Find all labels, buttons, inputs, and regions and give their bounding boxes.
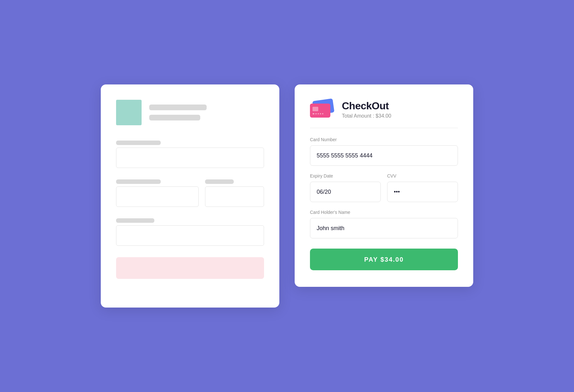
skeleton-input-1[interactable] [116, 148, 264, 168]
card-stripe-5 [322, 113, 323, 114]
pay-button[interactable]: PAY $34.00 [310, 249, 458, 270]
holder-name-label: Card Holder's Name [310, 210, 458, 215]
skeleton-label-2 [116, 179, 161, 184]
checkout-title-group: CheckOut Total Amount : $34.00 [342, 100, 391, 119]
holder-name-group: Card Holder's Name [310, 210, 458, 238]
skeleton-submit-button[interactable] [116, 257, 264, 279]
skeleton-input-2[interactable] [116, 186, 199, 207]
skeleton-field-1 [116, 141, 264, 168]
card-stripe-4 [320, 113, 321, 114]
cards-container: CheckOut Total Amount : $34.00 Card Numb… [101, 84, 473, 308]
cvv-group: CVV [387, 173, 458, 202]
left-card [101, 84, 279, 308]
checkout-subtitle: Total Amount : $34.00 [342, 113, 391, 119]
right-card: CheckOut Total Amount : $34.00 Card Numb… [295, 84, 473, 287]
skeleton-avatar [116, 100, 142, 125]
expiry-label: Expiry Date [310, 173, 381, 178]
card-number-label: Card Number [310, 137, 458, 142]
card-number-group: Card Number [310, 137, 458, 166]
cvv-label: CVV [387, 173, 458, 178]
card-stripe-1 [313, 113, 314, 114]
checkout-title: CheckOut [342, 100, 391, 112]
card-stripe-2 [315, 113, 317, 114]
card-icon-front [310, 104, 330, 118]
skeleton-field-3 [205, 179, 264, 207]
holder-name-input[interactable] [310, 218, 458, 238]
card-number-input[interactable] [310, 145, 458, 166]
expiry-group: Expiry Date [310, 173, 381, 202]
card-icon-stack [310, 100, 335, 119]
skeleton-header [116, 100, 264, 125]
card-chip [313, 107, 318, 111]
skeleton-text-group [149, 105, 264, 120]
skeleton-bar-2 [149, 115, 200, 120]
expiry-input[interactable] [310, 182, 381, 202]
skeleton-input-3[interactable] [205, 186, 264, 207]
checkout-header: CheckOut Total Amount : $34.00 [310, 100, 458, 119]
skeleton-bar-1 [149, 105, 207, 110]
skeleton-label-4 [116, 218, 154, 223]
card-stripes [313, 113, 328, 114]
skeleton-field-4 [116, 218, 264, 246]
skeleton-label-1 [116, 141, 161, 145]
skeleton-label-3 [205, 179, 234, 184]
skeleton-row [116, 179, 264, 207]
skeleton-field-2 [116, 179, 199, 207]
divider [310, 128, 458, 128]
cvv-input[interactable] [387, 182, 458, 202]
expiry-cvv-row: Expiry Date CVV [310, 173, 458, 202]
card-stripe-3 [318, 113, 319, 114]
skeleton-input-4[interactable] [116, 225, 264, 246]
